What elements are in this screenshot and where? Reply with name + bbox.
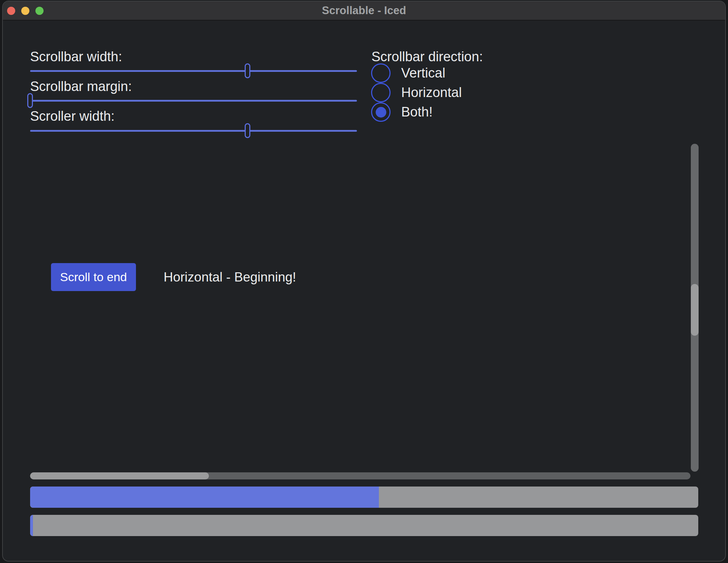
scrollbar-margin-slider[interactable] bbox=[30, 93, 357, 108]
app-window: Scrollable - Iced Scrollbar width: Scrol… bbox=[2, 1, 726, 562]
radio-circle-icon[interactable] bbox=[371, 102, 391, 122]
horizontal-scrollbar-track[interactable] bbox=[30, 472, 690, 479]
vertical-scrollbar-thumb[interactable] bbox=[691, 284, 699, 335]
radio-dot-icon bbox=[376, 107, 386, 118]
radio-label[interactable]: Both! bbox=[401, 104, 433, 120]
radio-horizontal[interactable]: Horizontal bbox=[371, 83, 462, 102]
radio-circle-icon[interactable] bbox=[371, 83, 391, 102]
slider-handle[interactable] bbox=[245, 123, 250, 138]
vertical-scrollbar-track[interactable] bbox=[691, 144, 699, 472]
scrollbar-direction-label: Scrollbar direction: bbox=[371, 50, 483, 64]
radio-both[interactable]: Both! bbox=[371, 102, 433, 122]
slider-rail[interactable] bbox=[30, 100, 357, 102]
radio-vertical[interactable]: Vertical bbox=[371, 63, 445, 83]
horizontal-scrollbar-thumb[interactable] bbox=[30, 472, 209, 479]
scrollbar-margin-label: Scrollbar margin: bbox=[30, 79, 132, 93]
progress-fill bbox=[30, 487, 379, 508]
titlebar: Scrollable - Iced bbox=[3, 1, 725, 21]
progress-fill bbox=[30, 515, 33, 536]
scroller-width-slider[interactable] bbox=[30, 123, 357, 138]
slider-handle[interactable] bbox=[27, 93, 33, 108]
scroller-width-label: Scroller width: bbox=[30, 109, 115, 123]
radio-circle-icon[interactable] bbox=[371, 63, 391, 83]
scroll-status-text: Horizontal - Beginning! bbox=[164, 263, 296, 291]
radio-label[interactable]: Horizontal bbox=[401, 85, 462, 100]
scroll-to-end-button[interactable]: Scroll to end bbox=[51, 263, 136, 291]
horizontal-progress-bar bbox=[30, 515, 698, 536]
slider-rail[interactable] bbox=[30, 130, 357, 132]
vertical-progress-bar bbox=[30, 487, 698, 508]
slider-rail[interactable] bbox=[30, 70, 357, 72]
slider-handle[interactable] bbox=[245, 63, 250, 78]
scrollbar-width-label: Scrollbar width: bbox=[30, 50, 122, 64]
radio-label[interactable]: Vertical bbox=[401, 66, 445, 81]
scrollbar-width-slider[interactable] bbox=[30, 63, 357, 79]
window-title: Scrollable - Iced bbox=[3, 1, 725, 20]
screen: Scrollable - Iced Scrollbar width: Scrol… bbox=[0, 0, 728, 563]
